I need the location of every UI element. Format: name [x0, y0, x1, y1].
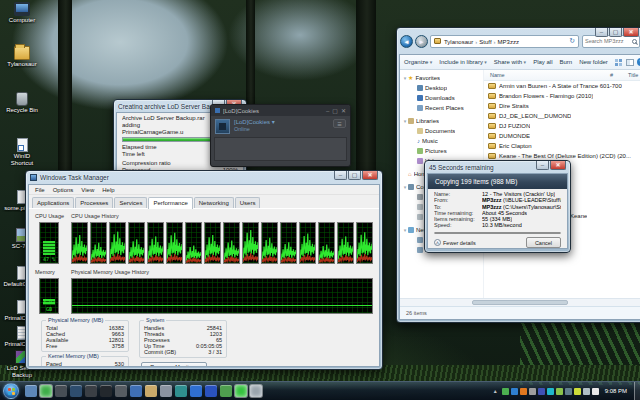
taskbar-app-4-icon[interactable]: [70, 385, 82, 397]
taskbar-app-10-icon[interactable]: [160, 385, 172, 397]
tab-users[interactable]: Users: [235, 197, 261, 208]
tray-11-icon[interactable]: [592, 388, 599, 395]
maximize-button[interactable]: ▢: [609, 28, 622, 37]
desktop-icon-winid-shortcut[interactable]: WinID Shortcut: [2, 138, 42, 166]
file-row[interactable]: DJ_DE_LEON__DUMOND: [484, 111, 640, 121]
horizontal-scrollbar[interactable]: [400, 298, 640, 306]
tray-9-icon[interactable]: [574, 388, 581, 395]
toolbar-share-with[interactable]: Share with ▾: [494, 59, 526, 65]
refresh-icon[interactable]: ↻: [569, 37, 575, 45]
clock[interactable]: 9:08 PM: [605, 388, 627, 394]
taskbar-app-7-icon[interactable]: [115, 385, 127, 397]
file-row[interactable]: Brandon Flowers - Flamingo (2010): [484, 91, 640, 101]
file-row[interactable]: Eric Clapton: [484, 141, 640, 151]
column-header-[interactable]: #: [610, 72, 613, 78]
toolbar-new-folder[interactable]: New folder: [579, 59, 608, 65]
file-row[interactable]: Dire Straits: [484, 101, 640, 111]
chat-titlebar[interactable]: [LoD]Cookies – ▢ ✕: [211, 105, 350, 116]
tab-applications[interactable]: Applications: [32, 197, 74, 208]
taskbar-app-12-icon[interactable]: [190, 385, 202, 397]
tab-performance[interactable]: Performance: [148, 197, 192, 209]
views-icon[interactable]: [615, 59, 623, 66]
taskbar-app-6-icon[interactable]: [100, 385, 112, 397]
taskbar-app-3-icon[interactable]: [55, 385, 67, 397]
sidebar-item-libraries[interactable]: ▾Libraries: [400, 116, 483, 126]
desktop-icon-recycle-bin[interactable]: Recycle Bin: [2, 92, 42, 114]
taskbar-app-11-icon[interactable]: [175, 385, 187, 397]
breadcrumb-segment-tylanosaur[interactable]: Tylanosaur: [444, 39, 473, 45]
taskman-titlebar[interactable]: Windows Task Manager – ▢ ✕: [26, 171, 382, 184]
back-button[interactable]: ◄: [400, 35, 413, 48]
toolbar-include-in-library[interactable]: Include in library ▾: [439, 59, 487, 65]
desktop-icon-user-folder[interactable]: Tylanosaur: [2, 46, 42, 68]
column-header-title[interactable]: Title: [628, 72, 638, 78]
taskbar-steam-icon[interactable]: [40, 385, 52, 397]
tab-networking[interactable]: Networking: [194, 197, 234, 208]
copy-titlebar[interactable]: 45 Seconds remaining – ✕: [425, 161, 570, 173]
taskbar-taskman-window-icon[interactable]: [250, 385, 262, 397]
tray-3-icon[interactable]: [520, 388, 527, 395]
resource-monitor-button[interactable]: Resource Monitor...: [141, 362, 207, 366]
sidebar-item-desktop[interactable]: Desktop: [400, 83, 483, 93]
scrollbar-thumb[interactable]: [472, 300, 568, 305]
sidebar-item-music[interactable]: ♪Music: [400, 136, 483, 146]
cancel-button[interactable]: Cancel: [526, 237, 561, 248]
taskbar-copy-window-icon[interactable]: [235, 385, 247, 397]
tray-7-icon[interactable]: [556, 388, 563, 395]
file-row[interactable]: Armin van Buuren - A State of Trance 601…: [484, 81, 640, 91]
chat-options-button[interactable]: ☰: [333, 119, 346, 128]
show-desktop-button[interactable]: [634, 382, 640, 400]
breadcrumb-segment-mp3zzz[interactable]: MP3zzz: [498, 39, 519, 45]
menu-view[interactable]: View: [77, 187, 98, 193]
tab-processes[interactable]: Processes: [75, 197, 113, 208]
close-button[interactable]: ✕: [550, 161, 566, 170]
forward-button[interactable]: ►: [415, 35, 428, 48]
taskbar-app-8-icon[interactable]: [130, 385, 142, 397]
sidebar-item-recent-places[interactable]: Recent Places: [400, 103, 483, 113]
search-input[interactable]: [585, 38, 631, 44]
minimize-button[interactable]: –: [326, 107, 329, 115]
taskbar-app-14-icon[interactable]: [220, 385, 232, 397]
hidden-icons-chevron[interactable]: ▲: [493, 388, 498, 394]
menu-options[interactable]: Options: [49, 187, 78, 193]
toolbar-play-all[interactable]: Play all: [533, 59, 552, 65]
column-headers[interactable]: Name#Title: [484, 70, 640, 81]
taskbar-internet-explorer-icon[interactable]: [25, 385, 37, 397]
tray-1-icon[interactable]: [502, 388, 509, 395]
start-button[interactable]: [3, 383, 19, 399]
taskbar-app-13-icon[interactable]: [205, 385, 217, 397]
tray-6-icon[interactable]: [547, 388, 554, 395]
toolbar-organize[interactable]: Organize ▾: [404, 59, 432, 65]
tab-services[interactable]: Services: [114, 197, 147, 208]
preview-pane-icon[interactable]: [626, 59, 634, 66]
close-button[interactable]: ✕: [362, 171, 378, 180]
tray-2-icon[interactable]: [511, 388, 518, 395]
fewer-details-link[interactable]: ˄ Fewer details: [434, 239, 476, 246]
minimize-button[interactable]: –: [334, 171, 347, 180]
sidebar-item-documents[interactable]: Documents: [400, 126, 483, 136]
file-row[interactable]: DUMONDE: [484, 131, 640, 141]
sidebar-item-favorites[interactable]: ▾★Favorites: [400, 73, 483, 83]
taskbar-explorer-folder-icon[interactable]: [145, 385, 157, 397]
chat-message-area[interactable]: [214, 137, 347, 161]
tray-10-icon[interactable]: [583, 388, 590, 395]
minimize-button[interactable]: –: [536, 161, 549, 170]
tray-4-icon[interactable]: [529, 388, 536, 395]
maximize-button[interactable]: ▢: [332, 107, 338, 115]
desktop-icon-computer[interactable]: Computer: [2, 2, 42, 24]
close-button[interactable]: ✕: [341, 107, 346, 115]
toolbar-burn[interactable]: Burn: [559, 59, 572, 65]
tray-8-icon[interactable]: [565, 388, 572, 395]
breadcrumb-segment-stuff[interactable]: Stuff: [479, 39, 491, 45]
menu-file[interactable]: File: [31, 187, 49, 193]
file-row[interactable]: DJ FUZION: [484, 121, 640, 131]
menu-help[interactable]: Help: [98, 187, 118, 193]
sidebar-item-pictures[interactable]: Pictures: [400, 146, 483, 156]
close-button[interactable]: ✕: [623, 28, 639, 37]
minimize-button[interactable]: –: [595, 28, 608, 37]
sidebar-item-downloads[interactable]: Downloads: [400, 93, 483, 103]
tray-5-icon[interactable]: [538, 388, 545, 395]
chat-contact-name[interactable]: [LoD]Cookies ▾: [234, 119, 275, 126]
explorer-titlebar[interactable]: ◄ ► Tylanosaur›Stuff›MP3zzz ↻ – ▢ ✕: [397, 28, 640, 54]
taskbar-app-5-icon[interactable]: [85, 385, 97, 397]
